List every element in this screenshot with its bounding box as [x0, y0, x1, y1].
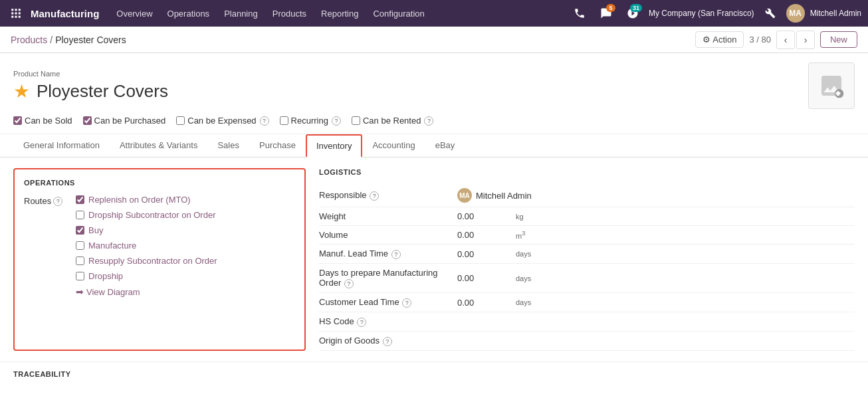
content-panels: OPERATIONS Routes ? Replenish on Order (…: [0, 157, 868, 361]
nav-menu: Overview Operations Planning Products Re…: [110, 6, 566, 21]
volume-unit: m3: [516, 230, 525, 240]
operations-title: OPERATIONS: [24, 179, 295, 187]
activity-icon[interactable]: 31: [622, 3, 643, 24]
route-resupply-sub[interactable]: Resupply Subcontractor on Order: [76, 256, 217, 266]
logistics-title: LOGISTICS: [319, 168, 855, 176]
can-be-rented-checkbox[interactable]: Can be Rented ?: [352, 116, 433, 126]
routes-row: Routes ? Replenish on Order (MTO) Dropsh…: [24, 195, 295, 281]
rented-help-icon: ?: [424, 116, 433, 126]
tab-ebay[interactable]: eBay: [425, 134, 465, 157]
main-content: Product Name ★ Ployester Covers Can be S…: [0, 53, 868, 410]
logistics-manuf-lead: Manuf. Lead Time ? 0.00 days: [319, 245, 855, 264]
route-dropship-sub[interactable]: Dropship Subcontractor on Order: [76, 210, 217, 220]
logistics-responsible: Responsible ? MA Mitchell Admin: [319, 184, 855, 207]
page-count: 3 / 80: [749, 35, 771, 45]
breadcrumb-parent[interactable]: Products: [11, 35, 47, 45]
expense-help-icon: ?: [260, 116, 269, 126]
breadcrumb-current: Ployester Covers: [55, 35, 126, 45]
product-header: Product Name ★ Ployester Covers Can be S…: [0, 53, 868, 134]
days-prepare-value[interactable]: 0.00: [457, 273, 510, 283]
logistics-weight: Weight 0.00 kg: [319, 207, 855, 226]
manuf-lead-value[interactable]: 0.00: [457, 249, 510, 259]
route-dropship[interactable]: Dropship: [76, 271, 217, 281]
chat-badge: 5: [606, 4, 615, 12]
logistics-origin-goods: Origin of Goods ?: [319, 332, 855, 351]
star-icon[interactable]: ★: [13, 80, 30, 102]
traceability-section: TRACEABILITY: [0, 361, 868, 386]
traceability-title: TRACEABILITY: [13, 370, 855, 378]
logistics-hs-code: HS Code ?: [319, 312, 855, 332]
product-title: Ployester Covers: [37, 81, 168, 102]
customer-lead-help: ?: [402, 298, 411, 308]
action-button[interactable]: ⚙ Action: [695, 31, 744, 48]
logistics-customer-lead: Customer Lead Time ? 0.00 days: [319, 293, 855, 312]
checkboxes-row: Can be Sold Can be Purchased Can be Expe…: [13, 109, 855, 134]
apps-menu-icon[interactable]: [7, 4, 25, 23]
breadcrumb: Products / Ployester Covers: [11, 35, 126, 45]
hs-code-help: ?: [357, 318, 366, 327]
product-title-left: Product Name ★ Ployester Covers: [13, 70, 168, 102]
nav-configuration[interactable]: Configuration: [366, 6, 431, 21]
view-diagram-link[interactable]: ➡ View Diagram: [76, 286, 295, 297]
product-image[interactable]: [808, 62, 855, 109]
nav-operations[interactable]: Operations: [161, 6, 217, 21]
manuf-lead-help: ?: [391, 250, 401, 259]
logistics-volume: Volume 0.00 m3: [319, 226, 855, 245]
can-be-purchased-checkbox[interactable]: Can be Purchased: [83, 116, 166, 126]
nav-arrows: ‹ ›: [776, 31, 815, 49]
tabs: General Information Attributes & Variant…: [0, 134, 868, 157]
route-manufacture[interactable]: Manufacture: [76, 241, 217, 251]
customer-lead-value[interactable]: 0.00: [457, 298, 510, 308]
nav-products[interactable]: Products: [266, 6, 313, 21]
can-be-expensed-checkbox[interactable]: Can be Expensed ?: [176, 116, 269, 126]
user-name: Mitchell Admin: [810, 9, 861, 18]
breadcrumb-actions: ⚙ Action 3 / 80 ‹ › New: [695, 31, 857, 49]
tab-sales[interactable]: Sales: [207, 134, 249, 157]
app-brand: Manufacturing: [31, 8, 99, 19]
logistics-days-prepare: Days to prepare Manufacturing Order ? 0.…: [319, 264, 855, 293]
routes-checkboxes: Replenish on Order (MTO) Dropship Subcon…: [76, 195, 217, 281]
responsible-avatar: MA: [457, 188, 472, 203]
responsible-value[interactable]: MA Mitchell Admin: [457, 188, 532, 203]
logistics-panel: LOGISTICS Responsible ? MA Mitchell Admi…: [319, 168, 855, 351]
route-buy[interactable]: Buy: [76, 225, 217, 235]
nav-overview[interactable]: Overview: [110, 6, 159, 21]
chat-icon[interactable]: 5: [596, 3, 617, 24]
breadcrumb-separator: /: [50, 35, 53, 45]
responsible-help-icon: ?: [370, 191, 379, 201]
tab-inventory[interactable]: Inventory: [306, 134, 362, 157]
activity-badge: 31: [630, 4, 642, 12]
can-be-sold-checkbox[interactable]: Can be Sold: [13, 116, 72, 126]
breadcrumb-bar: Products / Ployester Covers ⚙ Action 3 /…: [0, 27, 868, 53]
avatar: MA: [786, 4, 805, 23]
days-prepare-unit: days: [516, 274, 531, 282]
recurring-help-icon: ?: [332, 116, 341, 126]
tab-accounting[interactable]: Accounting: [362, 134, 425, 157]
product-title-row: Product Name ★ Ployester Covers: [13, 62, 855, 109]
prev-arrow[interactable]: ‹: [776, 31, 795, 49]
new-button[interactable]: New: [820, 31, 857, 48]
operations-panel: OPERATIONS Routes ? Replenish on Order (…: [13, 168, 306, 351]
nav-reporting[interactable]: Reporting: [314, 6, 365, 21]
tab-attributes[interactable]: Attributes & Variants: [110, 134, 208, 157]
tab-purchase[interactable]: Purchase: [249, 134, 306, 157]
routes-help-icon: ?: [53, 197, 62, 206]
debug-icon[interactable]: [760, 3, 781, 24]
company-name: My Company (San Francisco): [649, 9, 754, 18]
route-replenish[interactable]: Replenish on Order (MTO): [76, 195, 217, 205]
days-prepare-help: ?: [344, 279, 354, 288]
manuf-lead-unit: days: [516, 250, 531, 258]
nav-planning[interactable]: Planning: [217, 6, 265, 21]
next-arrow[interactable]: ›: [796, 31, 815, 49]
diagram-arrow-icon: ➡: [76, 286, 84, 297]
top-navigation: Manufacturing Overview Operations Planni…: [0, 0, 868, 27]
tab-general[interactable]: General Information: [13, 134, 110, 157]
weight-unit: kg: [516, 213, 524, 221]
phone-icon[interactable]: [569, 3, 590, 24]
product-label: Product Name ★ Ployester Covers: [13, 70, 168, 102]
recurring-checkbox[interactable]: Recurring ?: [280, 116, 341, 126]
volume-value[interactable]: 0.00: [457, 230, 510, 240]
customer-lead-unit: days: [516, 298, 531, 306]
routes-label: Routes: [24, 196, 51, 206]
weight-value[interactable]: 0.00: [457, 211, 510, 221]
